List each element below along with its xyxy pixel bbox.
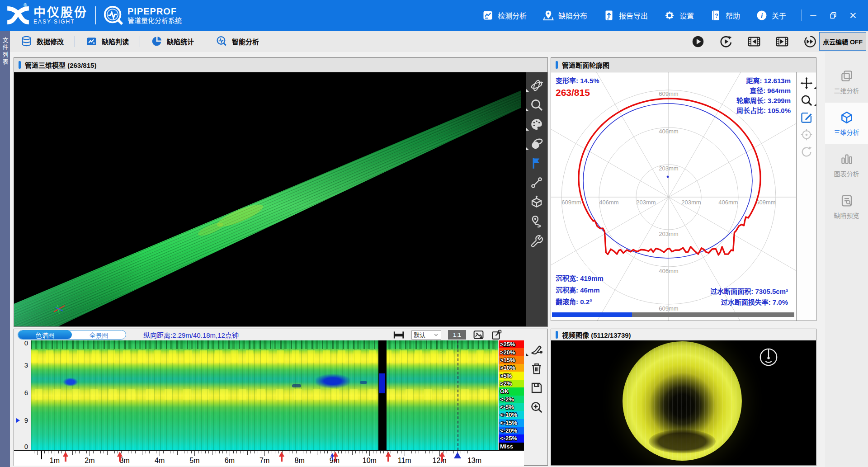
section-progress-bar[interactable] bbox=[552, 312, 794, 317]
ruler-tick bbox=[352, 451, 353, 455]
ruler-tick bbox=[177, 451, 178, 455]
measure-icon[interactable] bbox=[530, 176, 543, 189]
ruler-tick bbox=[188, 451, 188, 453]
tab-spectrum[interactable]: 色谱图 bbox=[18, 330, 72, 339]
view-mode-icon[interactable] bbox=[530, 137, 543, 151]
sidebar-item-chart-analysis[interactable]: 图表分析 bbox=[825, 144, 868, 186]
ruler-tick bbox=[425, 451, 426, 453]
sidebar-item-defect-preview[interactable]: 缺陷预览 bbox=[825, 186, 868, 227]
zoom-in-icon[interactable] bbox=[530, 401, 543, 414]
box-export-icon[interactable] bbox=[530, 195, 543, 209]
flag-icon[interactable] bbox=[530, 156, 543, 170]
header-accent bbox=[19, 61, 21, 69]
sidebar-item-2d-analysis[interactable]: 二维分析 bbox=[825, 61, 868, 103]
play-button[interactable] bbox=[692, 35, 704, 48]
rotate-cw-icon[interactable] bbox=[800, 146, 813, 158]
window-controls bbox=[807, 9, 860, 22]
minimize-button[interactable] bbox=[807, 9, 820, 22]
defect-marker[interactable] bbox=[117, 452, 123, 462]
rotate3d-icon[interactable] bbox=[530, 79, 543, 92]
ruler-tick bbox=[240, 451, 241, 453]
wrench-icon[interactable] bbox=[530, 234, 543, 248]
menu-item-detect[interactable]: 检测分析 bbox=[482, 10, 527, 21]
menu-item-help[interactable]: ?帮助 bbox=[710, 10, 740, 21]
defect-marker[interactable] bbox=[386, 452, 391, 462]
registered-mark: ® bbox=[24, 3, 27, 8]
video-frame bbox=[551, 340, 816, 465]
defect-marker[interactable] bbox=[63, 452, 68, 462]
film-prev-button[interactable] bbox=[748, 35, 760, 48]
ruler-tick bbox=[34, 451, 34, 453]
magnifier-icon[interactable] bbox=[800, 94, 813, 107]
ruler-icon[interactable] bbox=[393, 329, 405, 341]
close-icon bbox=[849, 11, 858, 20]
restore-icon bbox=[829, 11, 838, 20]
restore-button[interactable] bbox=[826, 9, 840, 22]
view-tabs: 色谱图全景图 bbox=[18, 330, 126, 340]
film-next-button[interactable] bbox=[776, 35, 788, 48]
menu-item-distribution[interactable]: 缺陷分布 bbox=[543, 10, 587, 21]
pin-route-icon[interactable] bbox=[530, 215, 543, 228]
palette-icon[interactable] bbox=[530, 118, 543, 131]
ruler-tick bbox=[167, 451, 167, 453]
pipe-heatmap[interactable] bbox=[31, 340, 498, 450]
ruler-tick bbox=[380, 451, 381, 453]
ruler-tick bbox=[292, 451, 293, 453]
ruler-tick bbox=[135, 451, 136, 453]
ruler-tick bbox=[307, 451, 307, 453]
svg-text:203mm: 203mm bbox=[636, 199, 656, 206]
defect-marker[interactable] bbox=[279, 452, 284, 462]
pan-icon[interactable] bbox=[800, 77, 813, 90]
toolbar-button-data-edit[interactable]: 数据修改 bbox=[10, 31, 75, 52]
ruler-tick bbox=[55, 451, 55, 456]
video-title: 视频图像 (5112/13739) bbox=[562, 330, 631, 340]
film-next-icon bbox=[776, 35, 788, 48]
pipe-3d-viewport[interactable] bbox=[14, 72, 547, 326]
secondary-marker[interactable] bbox=[330, 453, 334, 460]
ruler-tick bbox=[327, 451, 328, 453]
fast-forward-button[interactable] bbox=[804, 35, 816, 48]
save-icon[interactable] bbox=[530, 381, 543, 395]
play-once-button[interactable] bbox=[720, 35, 732, 48]
ruler-tick bbox=[111, 451, 111, 453]
ruler-tick bbox=[268, 451, 269, 453]
distance-ruler[interactable]: 1m2m3m4m5m6m7m8m9m10m11m12m13m bbox=[14, 450, 524, 466]
magnifier-icon[interactable] bbox=[530, 98, 543, 112]
pen-tool-icon[interactable] bbox=[530, 342, 543, 356]
edit-icon[interactable] bbox=[800, 111, 813, 124]
ruler-tick bbox=[383, 451, 384, 453]
zoom-ratio-button[interactable]: 1:1 bbox=[448, 330, 466, 340]
toolbar-button-defect-read[interactable]: 缺陷判读 bbox=[75, 31, 140, 52]
colormap-select[interactable]: 默认 bbox=[411, 330, 441, 340]
ruler-tick bbox=[72, 451, 73, 455]
toolbar-button-defect-stats[interactable]: 缺陷统计 bbox=[140, 31, 205, 52]
ruler-tick bbox=[429, 451, 429, 453]
open-window-icon[interactable] bbox=[491, 329, 502, 340]
image-export-icon[interactable] bbox=[473, 329, 484, 340]
pipe-3d-header: 管道三维模型 (263/815) bbox=[14, 58, 547, 72]
defect-marker[interactable] bbox=[439, 452, 445, 462]
ruler-tick bbox=[114, 451, 115, 453]
menu-item-settings[interactable]: 设置 bbox=[664, 10, 694, 21]
svg-text:203mm: 203mm bbox=[659, 165, 678, 172]
target-icon[interactable] bbox=[800, 128, 813, 141]
sidebar-item-3d-analysis[interactable]: 三维分析 bbox=[825, 103, 868, 144]
pointcloud-edit-toggle[interactable]: 点云编辑 OFF bbox=[819, 32, 866, 51]
toolbar-button-smart-analysis[interactable]: 智能分析 bbox=[205, 31, 270, 52]
close-button[interactable] bbox=[846, 9, 860, 22]
current-position-cursor[interactable] bbox=[454, 452, 461, 458]
pipeprof-logo-icon bbox=[103, 5, 124, 26]
ruler-tick bbox=[317, 451, 317, 455]
ruler-tick bbox=[349, 451, 349, 453]
ruler-label: 2m bbox=[85, 457, 94, 465]
menu-item-about[interactable]: i关于 bbox=[756, 10, 786, 21]
toolbar: 数据修改缺陷判读缺陷统计智能分析 点云编辑 OFF bbox=[10, 31, 868, 52]
flow-area-value: 过水断面面积: 7305.5cm² bbox=[710, 286, 788, 297]
ruler-tick bbox=[107, 451, 108, 455]
trash-icon[interactable] bbox=[530, 362, 543, 375]
menu-item-report[interactable]: 报告导出 bbox=[604, 10, 648, 21]
file-list-strip[interactable]: 文件列表 bbox=[0, 31, 10, 467]
main-menu: 检测分析缺陷分布报告导出设置?帮助i关于 bbox=[482, 10, 786, 21]
tab-panorama[interactable]: 全景图 bbox=[72, 330, 126, 339]
ruler-tick bbox=[58, 451, 59, 453]
